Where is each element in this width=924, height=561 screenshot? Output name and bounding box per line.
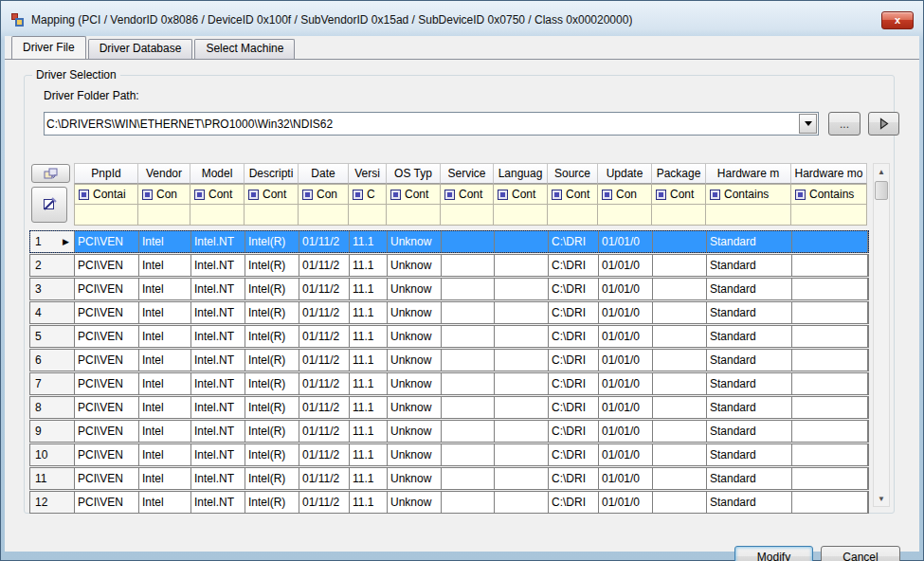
grid-cell[interactable]	[792, 231, 868, 252]
column-header-descripti[interactable]: Descripti	[245, 163, 299, 184]
grid-cell[interactable]: PCI\VEN	[75, 468, 139, 489]
grid-cell[interactable]	[792, 373, 868, 394]
grid-cell[interactable]	[653, 468, 707, 489]
grid-cell[interactable]: C:\DRI	[549, 326, 599, 347]
grid-cell[interactable]: Standard	[707, 255, 792, 276]
grid-cell[interactable]: Unknow	[388, 468, 442, 489]
column-header-pnpid[interactable]: PnpId	[74, 163, 138, 184]
grid-cell[interactable]	[495, 373, 549, 394]
grid-cell[interactable]: 01/11/2	[299, 492, 350, 513]
grid-cell[interactable]: 11.1	[350, 350, 388, 371]
grid-cell[interactable]: 01/01/0	[599, 302, 653, 323]
grid-cell[interactable]	[792, 326, 868, 347]
column-header-date[interactable]: Date	[299, 163, 349, 184]
grid-cell[interactable]	[495, 350, 549, 371]
grid-cell[interactable]	[495, 397, 549, 418]
grid-cell[interactable]	[792, 468, 868, 489]
grid-cell[interactable]: C:\DRI	[549, 492, 599, 513]
grid-cell[interactable]: Unknow	[388, 302, 442, 323]
grid-cell[interactable]: Intel	[139, 231, 191, 252]
grid-cell[interactable]	[653, 421, 707, 442]
grid-cell[interactable]	[442, 350, 495, 371]
grid-cell[interactable]: 01/01/0	[599, 350, 653, 371]
filter-operator-source[interactable]: Cont	[548, 184, 598, 205]
grid-cell[interactable]: 01/11/2	[299, 468, 350, 489]
grid-cell[interactable]: 11.1	[350, 255, 388, 276]
grid-row[interactable]: 9PCI\VENIntelIntel.NTIntel(R)01/11/211.1…	[29, 420, 869, 443]
filter-input-service[interactable]	[441, 205, 494, 226]
grid-cell[interactable]: Standard	[707, 231, 792, 252]
grid-cell[interactable]: 11.1	[350, 279, 388, 299]
row-header-cell[interactable]: 2	[30, 255, 75, 276]
scrollbar-thumb[interactable]	[875, 181, 888, 200]
grid-cell[interactable]: Intel.NT	[191, 231, 245, 252]
grid-cell[interactable]	[442, 231, 495, 252]
row-header-cell[interactable]: 4	[30, 302, 75, 323]
column-header-package[interactable]: Package	[652, 163, 706, 184]
grid-row[interactable]: 1▶PCI\VENIntelIntel.NTIntel(R)01/11/211.…	[29, 230, 869, 253]
grid-cell[interactable]: 01/01/0	[599, 421, 653, 442]
row-header-cell[interactable]: 12	[30, 492, 75, 513]
grid-cell[interactable]: PCI\VEN	[75, 421, 139, 442]
filter-operator-descripti[interactable]: Cont	[245, 184, 299, 205]
grid-cell[interactable]: Unknow	[388, 373, 442, 394]
grid-cell[interactable]	[495, 468, 549, 489]
grid-cell[interactable]: C:\DRI	[549, 444, 599, 465]
grid-cell[interactable]	[442, 373, 495, 394]
grid-cell[interactable]	[653, 231, 707, 252]
grid-cell[interactable]: 01/11/2	[299, 279, 350, 299]
grid-cell[interactable]: PCI\VEN	[75, 444, 139, 465]
filter-operator-date[interactable]: Con	[299, 184, 349, 205]
grid-cell[interactable]: Standard	[707, 279, 792, 299]
layout-switch-button[interactable]	[31, 164, 70, 183]
grid-cell[interactable]	[442, 492, 495, 513]
grid-cell[interactable]	[495, 279, 549, 299]
grid-cell[interactable]: C:\DRI	[549, 279, 599, 299]
grid-cell[interactable]: Unknow	[388, 397, 442, 418]
grid-cell[interactable]: Intel(R)	[245, 373, 299, 394]
grid-cell[interactable]: 01/11/2	[299, 255, 350, 276]
grid-cell[interactable]: Intel(R)	[245, 231, 299, 252]
scroll-down-button[interactable]: ▼	[874, 491, 889, 506]
grid-cell[interactable]: 01/11/2	[299, 444, 350, 465]
grid-cell[interactable]: C:\DRI	[549, 468, 599, 489]
grid-cell[interactable]	[495, 492, 549, 513]
column-header-versi[interactable]: Versi	[349, 163, 387, 184]
grid-cell[interactable]: 01/11/2	[299, 350, 350, 371]
grid-cell[interactable]: Intel(R)	[245, 444, 299, 465]
grid-cell[interactable]: Standard	[707, 397, 792, 418]
combo-dropdown-button[interactable]	[799, 114, 817, 134]
grid-cell[interactable]: Intel.NT	[191, 468, 245, 489]
grid-cell[interactable]: 01/11/2	[299, 231, 350, 252]
grid-cell[interactable]: Intel	[139, 326, 191, 347]
grid-cell[interactable]	[653, 326, 707, 347]
grid-cell[interactable]: Intel(R)	[245, 350, 299, 371]
grid-cell[interactable]	[495, 421, 549, 442]
grid-cell[interactable]: Unknow	[388, 492, 442, 513]
grid-cell[interactable]	[442, 255, 495, 276]
grid-cell[interactable]: 11.1	[350, 373, 388, 394]
filter-operator-hardware-mo[interactable]: Contains	[791, 184, 867, 205]
grid-cell[interactable]: PCI\VEN	[75, 492, 139, 513]
grid-cell[interactable]: 01/11/2	[299, 397, 350, 418]
grid-cell[interactable]: Unknow	[388, 350, 442, 371]
grid-cell[interactable]: PCI\VEN	[75, 397, 139, 418]
clear-filter-button[interactable]	[31, 187, 67, 223]
filter-operator-package[interactable]: Cont	[652, 184, 706, 205]
filter-input-versi[interactable]	[349, 205, 387, 226]
filter-input-hardware-m[interactable]	[706, 205, 791, 226]
grid-cell[interactable]	[495, 231, 549, 252]
grid-cell[interactable]	[792, 350, 868, 371]
grid-row[interactable]: 4PCI\VENIntelIntel.NTIntel(R)01/11/211.1…	[29, 301, 869, 324]
grid-row[interactable]: 7PCI\VENIntelIntel.NTIntel(R)01/11/211.1…	[29, 372, 869, 395]
grid-cell[interactable]: Intel	[139, 492, 191, 513]
grid-cell[interactable]: Intel	[139, 444, 191, 465]
grid-cell[interactable]: Standard	[707, 302, 792, 323]
grid-cell[interactable]: Intel(R)	[245, 255, 299, 276]
filter-input-hardware-mo[interactable]	[791, 205, 867, 226]
grid-cell[interactable]	[442, 468, 495, 489]
grid-cell[interactable]: Intel.NT	[191, 444, 245, 465]
grid-cell[interactable]: Intel(R)	[245, 468, 299, 489]
grid-cell[interactable]: Standard	[707, 350, 792, 371]
column-header-model[interactable]: Model	[190, 163, 245, 184]
